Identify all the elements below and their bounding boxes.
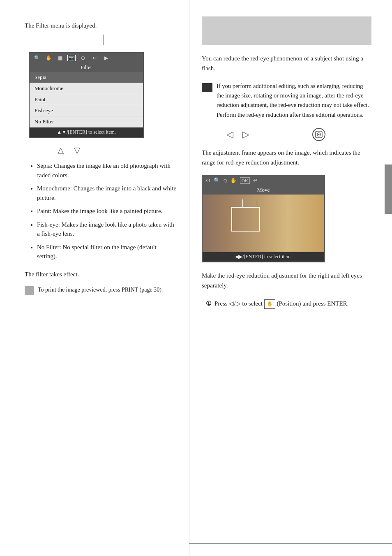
nav-arrows-updown: △ ▽ [58, 145, 177, 155]
note-indicator-dark [202, 83, 212, 92]
photo-bg [203, 195, 324, 252]
filter-paint: Paint [30, 94, 143, 105]
redeye-warning-text: If you perform additional editing, such … [217, 81, 371, 120]
bullet-monochrome: Monochrome: Changes the image into a bla… [37, 184, 177, 202]
filter-description-list: Sepia: Changes the image like an old pho… [25, 161, 177, 261]
note-print-text: To print the image previewed, press PRIN… [38, 285, 163, 294]
filter-sepia: Sepia [30, 72, 143, 83]
return-icon: ↩ [90, 55, 99, 61]
move-screen: ⊙ 🔍 Q ✋ OK ↩ Move ◀▶/[ENTER] to select i… [202, 175, 325, 262]
adjustment-desc-text: The adjustment frame appears on the imag… [202, 148, 371, 167]
top-gray-header [202, 16, 371, 45]
hand-icon: ✋ [44, 55, 53, 61]
page-tab [385, 164, 392, 214]
toolbar2-hand: ✋ [230, 177, 237, 184]
filter-menu-list: Sepia Monochrome Paint Fish-eye No Filte… [30, 72, 143, 127]
frame-line2 [242, 199, 243, 208]
make-redeye-text: Make the red-eye reduction adjustment fo… [202, 271, 371, 290]
camera-toolbar2: ⊙ 🔍 Q ✋ OK ↩ [203, 176, 324, 185]
filter-fisheye: Fish-eye [30, 105, 143, 116]
camera-instruction: ▲▼/[ENTER] to select item. [30, 127, 143, 137]
bullet-fisheye: Fish-eye: Makes the image look like a ph… [37, 220, 177, 239]
filter-intro-text: The Filter menu is displayed. [25, 21, 177, 30]
camera-toolbar: 🔍 ✋ ▦ 📷 ⊙ ↩ ▶ [30, 53, 143, 63]
photo-area [203, 195, 324, 252]
toolbar2-circle: ⊙ [206, 177, 210, 184]
grid-icon: ▦ [56, 55, 64, 61]
step-nav-area: ◁ ▷ [226, 128, 371, 141]
toolbar2-ok: OK [240, 177, 250, 184]
filter-effect-text: The filter takes effect. [25, 269, 177, 279]
filter-menu-screen: 🔍 ✋ ▦ 📷 ⊙ ↩ ▶ Filter Sepia Monochrome Pa… [29, 52, 144, 138]
bullet-sepia: Sepia: Changes the image like an old pho… [37, 161, 177, 180]
adjustment-frame [231, 207, 260, 232]
move-label: Move [203, 185, 324, 195]
bottom-divider [189, 543, 392, 544]
camera-instruction2: ◀▶/[ENTER] to select item. [203, 252, 324, 262]
circle-icon: ⊙ [79, 55, 87, 61]
filter-monochrome: Monochrome [30, 83, 143, 94]
bullet-nofilter: No Filter: No special filter on the imag… [37, 243, 177, 261]
toolbar2-zoomin: 🔍 [214, 177, 220, 184]
position-icon: ✋ [264, 299, 275, 309]
lr-arrows: ◁ ▷ [226, 129, 253, 140]
search-icon: 🔍 [33, 55, 41, 61]
frame-line1 [257, 199, 257, 208]
step1-text: Press ◁/▷ to select ✋ (Position) and pre… [214, 299, 348, 309]
filter-nofilter: No Filter [30, 116, 143, 127]
step-spacer [273, 130, 304, 139]
active-icon: 📷 [67, 55, 76, 61]
redeye-intro-text: You can reduce the red-eye phenomenon of… [202, 53, 371, 73]
toolbar2-zoomout: Q [224, 178, 227, 183]
bullet-paint: Paint: Makes the image look like a paint… [37, 206, 177, 216]
toolbar2-return: ↩ [253, 177, 258, 184]
arrow-right-icon: ▶ [102, 55, 110, 61]
step1-number: ① [206, 299, 211, 309]
filter-label: Filter [30, 63, 143, 72]
note-indicator-gray [25, 286, 34, 295]
redeye-icon [312, 128, 325, 141]
svg-point-2 [318, 134, 319, 135]
step1-instruction: ① Press ◁/▷ to select ✋ (Position) and p… [206, 299, 371, 309]
